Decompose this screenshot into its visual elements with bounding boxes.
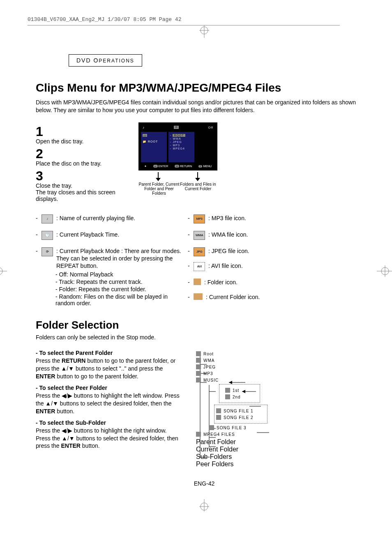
fs-heading-parent: - To select the Parent Folder xyxy=(36,350,180,356)
mp3-icon: MP3 xyxy=(194,214,205,223)
osd-item-mpeg4: MPEG4 xyxy=(170,147,193,150)
section-tab-text-1: DVD O xyxy=(76,57,99,64)
osd-enter: ENTER xyxy=(159,165,168,168)
legend-text: : WMA file icon. xyxy=(208,231,248,240)
step-text-2: Place the disc on the tray. xyxy=(36,160,118,167)
sublist-item: - Folder: Repeats the current folder. xyxy=(55,286,184,292)
sublist-item: - Off: Normal Playback xyxy=(55,271,184,278)
playing-file-icon: ♪ xyxy=(42,214,53,223)
legend-text: : MP3 file icon. xyxy=(208,214,246,223)
icon-legend-right: - MP3 : MP3 file icon. - WMA : WMA file … xyxy=(184,213,295,308)
current-folder-icon xyxy=(194,293,203,300)
osd-menu: MENU xyxy=(203,165,212,168)
legend-text: : Folder icon. xyxy=(204,279,238,286)
svg-marker-12 xyxy=(195,178,200,181)
crop-mark-right xyxy=(377,263,392,281)
tree-node: WMA xyxy=(203,358,214,363)
osd-item-wma: WMA xyxy=(170,137,193,140)
playback-mode-icon: ⟳ xyxy=(42,247,53,256)
crop-mark-bottom xyxy=(36,499,373,513)
sublist-item: - Track: Repeats the current track. xyxy=(55,279,184,285)
fs-text-peer: Press the ◀/▶ buttons to highlight the l… xyxy=(36,392,180,415)
print-header: 01304B_V6700_XAA_Eng2_MJ 1/30/07 8:05 PM… xyxy=(28,16,373,23)
legend-text: : AVI file icon. xyxy=(208,262,243,271)
osd-return: RETURN xyxy=(180,165,192,168)
svg-marker-10 xyxy=(156,178,161,181)
folder-selection-intro: Folders can only be selected in the Stop… xyxy=(36,334,373,341)
folder-selection-instructions: - To select the Parent Folder Press the … xyxy=(36,345,180,468)
osd-item-root: ROOT xyxy=(173,134,185,137)
tree-node: SONG FILE 2 xyxy=(224,415,254,420)
playback-time-icon: 🕐 xyxy=(42,231,53,240)
legend-text: : Current Playback Mode : There are four… xyxy=(56,247,184,270)
intro-text: Discs with MP3/WMA/JPEG/MPEG4 files cont… xyxy=(36,99,373,114)
osd-label-left: Parent Folder, Current Folder and Peer F… xyxy=(138,182,180,196)
avi-icon: AVI xyxy=(194,262,205,271)
osd-label-right: Folders and Files in Current Folder xyxy=(180,182,217,196)
step-number-1: 1 xyxy=(36,125,118,138)
osd-screenshot: ♪ ⟳ Off ♪♪ ROOT ROOT WMA JPEG MP3 MPEG4 xyxy=(138,122,217,170)
crop-mark-top xyxy=(36,25,373,38)
section-tab: DVD OPERATIONS xyxy=(69,54,142,67)
section-tab-text-2: PERATIONS xyxy=(99,58,134,64)
jpeg-icon: JPG xyxy=(194,247,205,256)
osd-off-label: Off xyxy=(208,126,213,129)
step-number-3: 3 xyxy=(36,169,118,182)
crop-mark-left xyxy=(0,263,7,281)
page-number: ENG-42 xyxy=(36,480,373,487)
playback-mode-sublist: - Off: Normal Playback - Track: Repeats … xyxy=(55,271,184,306)
arrow-down-icon xyxy=(194,172,202,181)
page-title: Clips Menu for MP3/WMA/JPEG/MPEG4 Files xyxy=(36,81,373,94)
step-number-2: 2 xyxy=(36,147,118,160)
fs-text-parent: Press the RETURN button to go to the par… xyxy=(36,357,180,380)
folder-selection-title: Folder Selection xyxy=(36,319,373,332)
fs-heading-peer: - To select the Peer Folder xyxy=(36,385,180,391)
step-text-3: Close the tray. The tray closes and this… xyxy=(36,182,118,202)
osd-left-root: ROOT xyxy=(143,140,165,143)
tree-node: MP3 xyxy=(203,371,213,376)
folder-tree-diagram: Root WMA JPEG MP3 MUSIC 1st 2nd SONG FIL… xyxy=(196,350,311,468)
osd-column: ♪ ⟳ Off ♪♪ ROOT ROOT WMA JPEG MP3 MPEG4 xyxy=(138,122,217,205)
tree-node: 2nd xyxy=(233,395,241,399)
tree-node: MUSIC xyxy=(203,378,219,382)
icon-legend-left: - ♪ : Name of currently playing file. - … xyxy=(36,213,184,308)
folder-icon xyxy=(194,279,201,285)
sublist-item: - Random: Files on the disc will be play… xyxy=(55,293,168,306)
tree-node: SONG FILE 1 xyxy=(224,409,254,413)
osd-item-jpeg: JPEG xyxy=(170,140,193,143)
tree-node: SONG FILE 3 xyxy=(217,426,247,430)
tree-node: MPEG4 FILES xyxy=(203,432,235,437)
tree-node: 1st xyxy=(233,388,239,393)
fs-text-sub: Press the ◀/▶ buttons to highlight the r… xyxy=(36,427,180,450)
legend-text: : JPEG file icon. xyxy=(208,247,249,256)
fs-heading-sub: - To select the Sub-Folder xyxy=(36,419,180,426)
step-text-1: Open the disc tray. xyxy=(36,138,118,145)
tree-root: Root xyxy=(203,352,214,356)
legend-text: : Current Folder icon. xyxy=(206,293,260,301)
legend-text: : Current Playback Time. xyxy=(56,231,119,240)
legend-text: : Name of currently playing file. xyxy=(56,214,135,223)
arrow-down-icon xyxy=(154,172,162,181)
wma-icon: WMA xyxy=(194,231,205,240)
tree-node: JPEG xyxy=(203,365,216,369)
steps-column: 1 Open the disc tray. 2 Place the disc o… xyxy=(36,122,118,205)
osd-item-mp3: MP3 xyxy=(170,144,193,147)
